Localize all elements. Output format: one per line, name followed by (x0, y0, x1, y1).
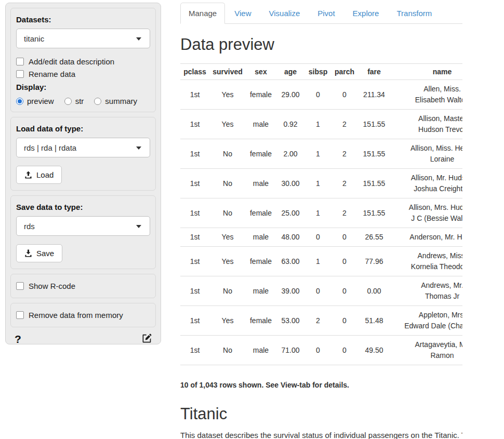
cell-parch: 0 (331, 336, 358, 365)
column-header-sex: sex (246, 64, 276, 80)
cell-parch: 0 (331, 247, 358, 276)
remove-data-panel: Remove data from memory (10, 303, 156, 327)
table-row: 1stNomale39.00000.00Andrews, Mr. Thomas … (180, 276, 462, 306)
sidebar-footer: ? (10, 332, 156, 345)
cell-name: Allison, Miss. Helen Loraine (390, 139, 462, 169)
table-row: 1stNomale71.000049.50Artagaveytia, Mr. R… (180, 336, 462, 365)
load-type-select[interactable]: rds | rda | rdata (16, 138, 150, 157)
cell-age: 63.00 (276, 247, 305, 276)
save-type-label: Save data to type: (16, 203, 150, 211)
help-icon[interactable]: ? (15, 333, 21, 345)
checkbox-box-icon[interactable] (16, 58, 24, 65)
cell-name: Allison, Mrs. Hudson J C (Bessie Waldo) (390, 198, 462, 228)
table-body: 1stYesfemale29.0000211.34Allen, Miss. El… (180, 80, 462, 365)
save-type-value: rds (24, 222, 35, 231)
cell-pclass: 1st (180, 169, 209, 198)
cell-pclass: 1st (180, 228, 209, 247)
column-header-pclass: pclass (180, 64, 209, 80)
display-label: Display: (16, 83, 150, 91)
rename-data-checkbox[interactable]: Rename data (16, 70, 150, 78)
cell-survived: No (209, 139, 246, 169)
save-type-select[interactable]: rds (16, 216, 150, 236)
tab-view[interactable]: View (226, 3, 259, 24)
cell-sibsp: 1 (305, 139, 331, 169)
cell-sex: male (246, 228, 276, 247)
radio-preview[interactable]: preview (16, 97, 54, 105)
cell-survived: Yes (209, 80, 246, 110)
cell-parch: 2 (331, 198, 358, 228)
rows-shown-note: 10 of 1,043 rows shown. See View-tab for… (180, 381, 462, 389)
radio-icon[interactable] (94, 98, 101, 105)
cell-sex: female (246, 80, 276, 110)
cell-sibsp: 1 (305, 198, 331, 228)
cell-name: Anderson, Mr. Harry (390, 228, 462, 247)
cell-parch: 2 (331, 169, 358, 198)
radio-preview-label: preview (27, 97, 54, 105)
radio-summary-label: summary (105, 97, 137, 105)
show-rcode-panel: Show R-code (10, 274, 156, 298)
cell-pclass: 1st (180, 110, 209, 139)
cell-sex: male (246, 276, 276, 306)
download-icon (24, 249, 32, 257)
load-button[interactable]: Load (16, 166, 62, 184)
checkbox-box-icon[interactable] (16, 282, 24, 290)
upload-icon (24, 171, 32, 179)
cell-sibsp: 1 (305, 169, 331, 198)
column-header-parch: parch (331, 64, 358, 80)
cell-name: Andrews, Miss. Kornelia Theodosia (390, 247, 462, 276)
cell-sibsp: 1 (305, 247, 331, 276)
cell-fare: 51.48 (358, 306, 390, 336)
remove-data-checkbox[interactable]: Remove data from memory (16, 311, 150, 320)
tab-pivot[interactable]: Pivot (309, 3, 343, 24)
radio-selected-icon[interactable] (16, 98, 23, 105)
chevron-down-icon (136, 37, 141, 41)
edit-icon[interactable] (142, 334, 152, 345)
dataset-select[interactable]: titanic (16, 29, 150, 48)
cell-age: 48.00 (276, 228, 305, 247)
rename-data-label: Rename data (29, 70, 75, 78)
cell-sex: male (246, 110, 276, 139)
cell-sex: male (246, 169, 276, 198)
cell-age: 71.00 (276, 336, 305, 365)
dataset-title: Titanic (180, 405, 462, 423)
cell-pclass: 1st (180, 80, 209, 110)
tab-explore[interactable]: Explore (344, 3, 388, 24)
checkbox-box-icon[interactable] (16, 70, 24, 78)
dataset-select-value: titanic (24, 34, 44, 43)
display-radio-group: preview str summary (16, 97, 150, 105)
dataset-description: This dataset describes the survival stat… (180, 430, 462, 439)
cell-survived: No (209, 198, 246, 228)
cell-parch: 0 (331, 228, 358, 247)
cell-pclass: 1st (180, 139, 209, 169)
cell-parch: 0 (331, 306, 358, 336)
cell-survived: Yes (209, 306, 246, 336)
radio-icon[interactable] (64, 98, 72, 105)
add-edit-description-checkbox[interactable]: Add/edit data description (16, 57, 150, 66)
checkbox-box-icon[interactable] (16, 311, 24, 319)
load-type-value: rds | rda | rdata (24, 143, 76, 152)
cell-pclass: 1st (180, 247, 209, 276)
cell-age: 2.00 (276, 139, 305, 169)
cell-fare: 151.55 (358, 169, 390, 198)
cell-pclass: 1st (180, 198, 209, 228)
radio-str[interactable]: str (64, 97, 84, 105)
radio-summary[interactable]: summary (94, 97, 137, 105)
cell-sibsp: 0 (305, 228, 331, 247)
load-type-label: Load data of type: (16, 124, 150, 133)
cell-parch: 2 (331, 110, 358, 139)
cell-survived: Yes (209, 247, 246, 276)
cell-fare: 26.55 (358, 228, 390, 247)
cell-name: Allison, Mr. Hudson Joshua Creighton (390, 169, 462, 198)
show-rcode-checkbox[interactable]: Show R-code (16, 282, 150, 290)
tab-manage[interactable]: Manage (180, 3, 225, 24)
tab-transform[interactable]: Transform (388, 3, 440, 24)
cell-sibsp: 1 (305, 110, 331, 139)
cell-name: Allen, Miss. Elisabeth Walton (390, 80, 462, 110)
save-button[interactable]: Save (16, 244, 62, 262)
cell-sex: male (246, 336, 276, 365)
cell-survived: No (209, 276, 246, 306)
cell-fare: 151.55 (358, 110, 390, 139)
save-button-label: Save (36, 249, 54, 258)
load-button-label: Load (36, 170, 54, 179)
tab-visualize[interactable]: Visualize (260, 3, 308, 24)
